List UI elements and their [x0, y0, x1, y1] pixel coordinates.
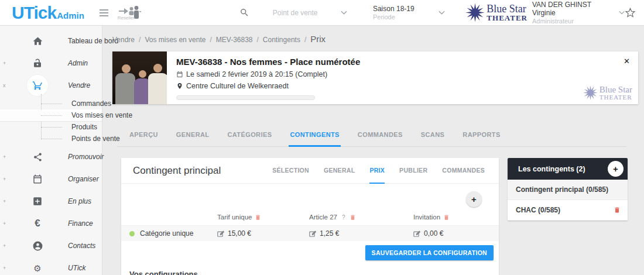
sidebar-item-label: Organiser	[68, 175, 99, 183]
collapse-marker[interactable]: x	[0, 82, 8, 88]
sidebar-item-promouvoir[interactable]: + Promouvoir	[0, 146, 102, 168]
event-tab-bar: APERÇU GENERAL CATÉGORIES CONTINGENTS CO…	[117, 128, 626, 147]
configurations-heading: Vos configurations	[129, 270, 499, 275]
column-article-27: Article 27 ?	[309, 209, 413, 225]
sidebar-item-label: En plus	[68, 197, 91, 205]
sidebar-item-contacts[interactable]: + Contacts	[0, 235, 102, 257]
tab-contingents[interactable]: CONTINGENTS	[289, 128, 340, 147]
contingent-item-chac[interactable]: CHAC (0/585)	[508, 200, 628, 221]
breadcrumb-contingents[interactable]: Contingents	[263, 36, 300, 44]
point-of-sale-select[interactable]: Point de vente	[273, 9, 347, 17]
sidebar-item-admin[interactable]: + Admin	[0, 52, 102, 74]
expand-marker[interactable]: +	[0, 60, 8, 66]
column-tarif-unique: Tarif unique	[217, 209, 309, 225]
panel-title: Contingent principal	[133, 165, 221, 177]
event-org-watermark: Blue Star THEATER	[583, 85, 632, 101]
favorite-button[interactable]	[625, 7, 636, 18]
vendre-submenu: Commandes Vos mises en vente Produits Po…	[0, 98, 102, 145]
contingent-item-principal[interactable]: Contingent principal (0/585)	[508, 180, 628, 200]
sidebar-item-label: UTick	[68, 264, 86, 272]
help-icon[interactable]: ?	[342, 214, 345, 221]
price-cell-invitation: 0,00 €	[413, 225, 499, 241]
sidebar-item-tableau-de-bord[interactable]: Tableau de bord	[0, 30, 102, 52]
sidebar-item-utick[interactable]: + ⚙ ⚙ UTick	[0, 257, 102, 275]
event-photo	[112, 51, 167, 104]
calendar-icon	[176, 71, 183, 78]
starburst-icon	[465, 2, 485, 23]
sidebar-item-vos-mises-en-vente[interactable]: Vos mises en vente	[0, 109, 102, 121]
main-content: Vendre / Vos mises en vente / MEV-36838 …	[102, 26, 644, 275]
calendar-icon	[30, 172, 44, 186]
expand-marker[interactable]: +	[0, 243, 8, 249]
breadcrumb-vos-mises-en-vente[interactable]: Vos mises en vente	[145, 36, 205, 44]
tab-categories[interactable]: CATÉGORIES	[226, 128, 273, 147]
org-name-line2: THEATER	[487, 14, 527, 22]
category-status-dot	[129, 231, 135, 236]
subtab-prix[interactable]: PRIX	[369, 158, 385, 184]
location-pin-icon	[176, 82, 183, 90]
sidebar-item-points-de-vente[interactable]: Points de vente	[0, 133, 102, 145]
price-cell-tarif-unique: 15,00 €	[217, 225, 309, 241]
breadcrumb-vendre[interactable]: Vendre	[112, 36, 135, 44]
gears-icon: ⚙ ⚙	[30, 261, 44, 275]
season-select[interactable]: Saison 18-19 Periode	[373, 5, 445, 20]
tab-apercu[interactable]: APERÇU	[128, 128, 159, 147]
expand-marker[interactable]: +	[0, 198, 8, 204]
event-card: MEV-36838 - Nos femmes - Place numérotée…	[112, 51, 638, 104]
user-role: Administrateur	[532, 18, 611, 25]
delete-column-icon[interactable]	[350, 214, 356, 221]
sidebar-item-finance[interactable]: + € Finance	[0, 212, 102, 235]
edit-icon[interactable]	[309, 230, 317, 238]
tab-commandes[interactable]: COMMANDES	[357, 128, 404, 147]
tab-scans[interactable]: SCANS	[420, 128, 446, 147]
sidebar-item-commandes[interactable]: Commandes	[0, 98, 102, 109]
subtab-commandes[interactable]: COMMANDES	[442, 158, 485, 184]
edit-icon[interactable]	[413, 230, 421, 238]
plus-square-icon	[30, 194, 44, 208]
sales-progress-bar	[176, 95, 315, 100]
sidebar-item-en-plus[interactable]: + En plus	[0, 190, 102, 212]
delete-contingent-icon[interactable]	[614, 207, 621, 214]
app-logo-main: UTick	[12, 3, 56, 23]
sidebar-item-produits[interactable]: Produits	[0, 121, 102, 133]
user-name: VAN DER GHINST Virginie	[532, 1, 611, 17]
tab-rapports[interactable]: RAPPORTS	[461, 128, 501, 147]
close-icon[interactable]: ✕	[624, 57, 630, 66]
save-configuration-button[interactable]: SAUVEGARDER LA CONFIGURATION	[365, 245, 494, 260]
app-logo[interactable]: UTick Admin	[12, 3, 84, 23]
sidebar-item-label: Promouvoir	[68, 153, 104, 161]
home-icon	[30, 34, 44, 48]
edit-icon[interactable]	[217, 230, 225, 238]
lock-icon	[30, 56, 44, 70]
add-price-button[interactable]: +	[466, 191, 482, 207]
search-button[interactable]	[239, 8, 249, 18]
topbar: UTick Admin Reseller Point de vente Sais…	[0, 0, 644, 26]
star-outline-icon	[625, 7, 636, 18]
app-logo-sub: Admin	[57, 11, 84, 20]
subtab-selection[interactable]: SÉLECTION	[272, 158, 309, 184]
expand-marker[interactable]: +	[0, 176, 8, 182]
category-cell: Catégorie unique	[121, 225, 217, 241]
subtab-general[interactable]: GENERAL	[324, 158, 355, 184]
sidebar-item-label: Contacts	[68, 242, 95, 250]
user-menu[interactable]: VAN DER GHINST Virginie Administrateur	[532, 1, 625, 25]
subtab-publier[interactable]: PUBLIER	[399, 158, 427, 184]
expand-marker[interactable]: +	[0, 265, 8, 271]
menu-toggle-icon[interactable]	[100, 8, 108, 18]
sidebar-item-vendre[interactable]: x Vendre	[0, 74, 102, 97]
sidebar-item-organiser[interactable]: + Organiser	[0, 168, 102, 190]
contingents-list-header: Les contingents (2) +	[508, 158, 628, 180]
delete-column-icon[interactable]	[443, 214, 450, 221]
reseller-button[interactable]: Reseller	[118, 5, 141, 20]
delete-column-icon[interactable]	[255, 214, 261, 221]
expand-marker[interactable]: +	[0, 154, 8, 160]
breadcrumb-mev[interactable]: MEV-36838	[216, 36, 253, 44]
add-contingent-button[interactable]: +	[608, 161, 624, 177]
organization-logo: Blue Star THEATER	[465, 2, 527, 23]
starburst-icon	[583, 85, 598, 101]
expand-marker[interactable]: +	[0, 221, 8, 226]
price-cell-article-27: 1,25 €	[309, 225, 413, 241]
tab-general[interactable]: GENERAL	[175, 128, 211, 147]
contingent-subtabs: SÉLECTION GENERAL PRIX PUBLIER COMMANDES	[272, 158, 485, 184]
breadcrumb: Vendre / Vos mises en vente / MEV-36838 …	[112, 34, 644, 44]
